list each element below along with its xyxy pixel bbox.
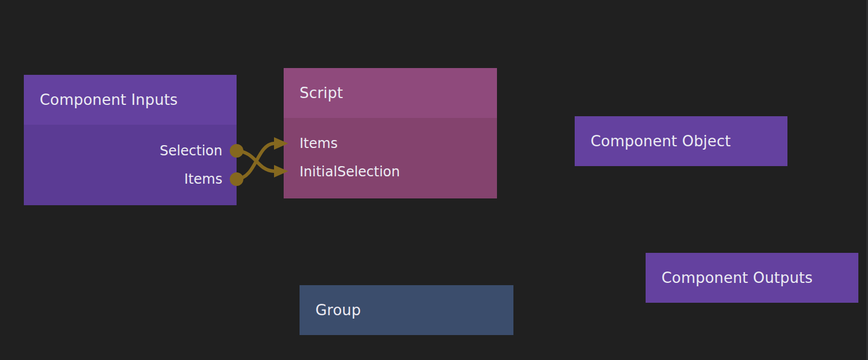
port-label-initialselection: InitialSelection bbox=[300, 164, 400, 180]
port-label-items: Items bbox=[184, 171, 222, 187]
output-port-dot-selection bbox=[230, 144, 243, 158]
output-port-dot-items bbox=[230, 172, 243, 186]
node-component-inputs[interactable]: Component Inputs Selection Items bbox=[24, 75, 237, 205]
input-port-initialselection[interactable]: InitialSelection bbox=[284, 158, 497, 186]
output-port-items[interactable]: Items bbox=[24, 165, 237, 193]
port-label-items: Items bbox=[300, 135, 338, 151]
node-component-object-header[interactable]: Component Object bbox=[575, 116, 787, 166]
node-component-outputs[interactable]: Component Outputs bbox=[646, 253, 858, 303]
node-component-inputs-header[interactable]: Component Inputs bbox=[24, 75, 237, 125]
node-script[interactable]: Script Items InitialSelection bbox=[284, 68, 497, 198]
node-graph-canvas[interactable]: Component Inputs Selection Items Script … bbox=[0, 0, 868, 360]
node-title: Component Object bbox=[591, 133, 731, 150]
node-title: Script bbox=[300, 84, 343, 101]
input-port-items[interactable]: Items bbox=[284, 129, 497, 158]
node-component-outputs-header[interactable]: Component Outputs bbox=[646, 253, 858, 303]
node-group-header[interactable]: Group bbox=[300, 285, 513, 335]
node-group[interactable]: Group bbox=[300, 285, 513, 335]
port-label-selection: Selection bbox=[159, 143, 222, 159]
connection-selection-to-initialselection[interactable] bbox=[230, 144, 288, 177]
node-script-body: Items InitialSelection bbox=[284, 118, 497, 186]
node-script-header[interactable]: Script bbox=[284, 68, 497, 118]
node-component-inputs-body: Selection Items bbox=[24, 125, 237, 193]
node-title: Component Inputs bbox=[40, 91, 178, 108]
node-component-object[interactable]: Component Object bbox=[575, 116, 787, 166]
output-port-selection[interactable]: Selection bbox=[24, 137, 237, 165]
node-title: Component Outputs bbox=[661, 269, 812, 286]
node-title: Group bbox=[315, 302, 361, 319]
